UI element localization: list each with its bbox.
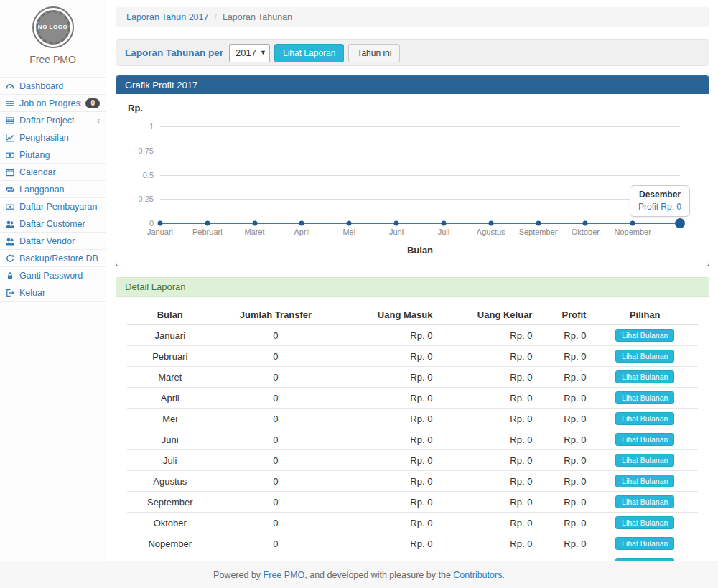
- lihat-bulanan-button[interactable]: Lihat Bulanan: [615, 537, 674, 550]
- refresh-icon: [5, 254, 15, 263]
- table-row-agustus: Agustus0Rp. 0Rp. 0Rp. 0Lihat Bulanan: [127, 471, 698, 492]
- detail-panel-title: Detail Laporan: [116, 278, 709, 297]
- sidebar-item-piutang[interactable]: Piutang: [0, 146, 106, 164]
- lihat-bulanan-button[interactable]: Lihat Bulanan: [615, 350, 674, 363]
- footer-middle: , and developed with pleasure by the: [304, 570, 453, 580]
- profit-chart-panel: Grafik Profit 2017 Rp. Desember Profit R…: [116, 75, 709, 266]
- data-point-september[interactable]: [536, 221, 541, 226]
- y-axis-title: Rp.: [128, 103, 697, 113]
- detail-report-panel: Detail Laporan BulanJumlah TransferUang …: [116, 277, 709, 561]
- x-axis-title: Bulan: [160, 245, 680, 256]
- lock-icon: [5, 271, 15, 280]
- cell-bulan: Oktober: [127, 513, 213, 533]
- lihat-bulanan-button[interactable]: Lihat Bulanan: [615, 412, 674, 425]
- cell-bulan: Maret: [127, 367, 213, 388]
- sidebar-item-langganan[interactable]: Langganan: [0, 181, 106, 198]
- x-tick-label: Mei: [342, 228, 355, 236]
- data-point-maret[interactable]: [252, 221, 257, 226]
- cell-uang-masuk: Rp. 0: [338, 513, 438, 533]
- year-select[interactable]: 2017: [229, 44, 270, 62]
- data-point-januari[interactable]: [158, 221, 163, 226]
- breadcrumb-current: Laporan Tahunan: [223, 12, 292, 22]
- sidebar-item-daftar-vendor[interactable]: Daftar Vendor: [0, 233, 106, 250]
- cell-uang-masuk: Rp. 0: [338, 533, 438, 554]
- data-point-mei[interactable]: [347, 221, 352, 226]
- lihat-bulanan-button[interactable]: Lihat Bulanan: [615, 495, 674, 508]
- y-tick-label: 0.5: [143, 171, 154, 179]
- lihat-bulanan-button[interactable]: Lihat Bulanan: [615, 516, 674, 529]
- lihat-bulanan-button[interactable]: Lihat Bulanan: [615, 329, 674, 342]
- table-row-pebruari: Pebruari0Rp. 0Rp. 0Rp. 0Lihat Bulanan: [127, 346, 698, 367]
- table-row-oktober: Oktober0Rp. 0Rp. 0Rp. 0Lihat Bulanan: [127, 513, 698, 533]
- gridline: 1: [160, 126, 680, 127]
- data-point-juli[interactable]: [441, 221, 446, 226]
- cell-uang-keluar: Rp. 0: [438, 409, 538, 429]
- cell-profit: Rp. 0: [538, 471, 592, 492]
- lihat-bulanan-button[interactable]: Lihat Bulanan: [615, 454, 674, 467]
- filter-label: Laporan Tahunan per: [125, 47, 223, 58]
- sidebar-item-daftar-project[interactable]: Daftar Project‹: [0, 112, 106, 129]
- cell-pilihan: Lihat Bulanan: [592, 409, 698, 429]
- data-point-juni[interactable]: [394, 221, 399, 226]
- tahun-ini-button[interactable]: Tahun ini: [348, 44, 400, 62]
- sidebar-item-calendar[interactable]: Calendar: [0, 164, 106, 181]
- footer-link-contributors[interactable]: Contributors.: [453, 570, 505, 580]
- data-point-desember[interactable]: [675, 218, 685, 228]
- sidebar-item-keluar[interactable]: Keluar: [0, 284, 106, 302]
- main-content: Laporan Tahun 2017 / Laporan Tahunan Lap…: [107, 0, 718, 561]
- sidebar-item-label: Daftar Project: [19, 116, 74, 126]
- chart-tooltip: Desember Profit Rp: 0: [630, 185, 690, 217]
- report-filter-bar: Laporan Tahunan per 2017 ▼ Lihat Laporan…: [116, 39, 709, 66]
- lihat-bulanan-button[interactable]: Lihat Bulanan: [615, 433, 674, 446]
- lihat-bulanan-button[interactable]: Lihat Bulanan: [615, 475, 674, 487]
- data-point-oktober[interactable]: [583, 221, 588, 226]
- footer-link-free-pmo[interactable]: Free PMO: [264, 570, 305, 580]
- data-point-nopember[interactable]: [630, 221, 635, 226]
- cell-profit: Rp. 0: [538, 367, 592, 388]
- table-row-januari: Januari0Rp. 0Rp. 0Rp. 0Lihat Bulanan: [127, 325, 698, 346]
- retweet-icon: [5, 185, 15, 194]
- sidebar-item-label: Ganti Password: [19, 271, 83, 281]
- cell-profit: Rp. 0: [538, 554, 592, 562]
- cell-uang-keluar: Rp. 0: [438, 325, 538, 346]
- gridline: 0.5: [160, 175, 680, 176]
- cell-uang-masuk: Rp. 0: [338, 471, 438, 492]
- sidebar-item-dashboard[interactable]: Dashboard: [0, 78, 106, 95]
- cell-jumlah-transfer: 0: [213, 533, 339, 554]
- money-icon: [5, 202, 15, 211]
- lihat-bulanan-button[interactable]: Lihat Bulanan: [615, 391, 674, 404]
- data-point-pebruari[interactable]: [205, 221, 210, 226]
- breadcrumb-link-laporan-tahun[interactable]: Laporan Tahun 2017: [126, 12, 208, 22]
- sidebar-item-job-on-progress[interactable]: Job on Progress0: [0, 95, 106, 112]
- cell-profit: Rp. 0: [538, 492, 592, 513]
- tooltip-title: Desember: [638, 190, 681, 200]
- column-header-pilihan: Pilihan: [592, 306, 698, 325]
- sidebar-item-daftar-pembayaran[interactable]: Daftar Pembayaran: [0, 198, 106, 215]
- x-tick-label: Oktober: [572, 228, 600, 236]
- gridline: 0.75: [160, 151, 680, 151]
- data-point-april[interactable]: [299, 221, 304, 226]
- x-tick-label: Nopember: [614, 228, 651, 236]
- table-row-april: April0Rp. 0Rp. 0Rp. 0Lihat Bulanan: [127, 388, 698, 409]
- cell-pilihan: Lihat Bulanan: [592, 346, 698, 367]
- cell-profit: Rp. 0: [538, 388, 592, 409]
- cell-bulan: April: [127, 388, 213, 409]
- sidebar-item-ganti-password[interactable]: Ganti Password: [0, 267, 106, 284]
- lihat-laporan-button[interactable]: Lihat Laporan: [274, 44, 344, 62]
- table-row-maret: Maret0Rp. 0Rp. 0Rp. 0Lihat Bulanan: [127, 367, 698, 388]
- sidebar-item-backup-restore-db[interactable]: Backup/Restore DB: [0, 250, 106, 267]
- sidebar-item-penghasilan[interactable]: Penghasilan: [0, 129, 106, 146]
- sidebar-item-label: Daftar Vendor: [19, 236, 75, 246]
- report-table: BulanJumlah TransferUang MasukUang Kelua…: [127, 306, 698, 561]
- cell-jumlah-transfer: 0: [213, 554, 339, 562]
- cell-jumlah-transfer: 0: [213, 388, 339, 409]
- calendar-icon: [5, 168, 15, 177]
- data-point-agustus[interactable]: [488, 221, 493, 226]
- lihat-bulanan-button[interactable]: Lihat Bulanan: [615, 370, 674, 383]
- sidebar-item-daftar-customer[interactable]: Daftar Customer: [0, 215, 106, 233]
- x-tick-label: Maret: [245, 228, 265, 236]
- cell-uang-masuk: Rp. 0: [338, 492, 438, 513]
- gridline: 0.25: [160, 199, 680, 200]
- table-row-juli: Juli0Rp. 0Rp. 0Rp. 0Lihat Bulanan: [127, 450, 698, 471]
- chart-body: Rp. Desember Profit Rp: 0 10.750.50.250 …: [116, 94, 709, 266]
